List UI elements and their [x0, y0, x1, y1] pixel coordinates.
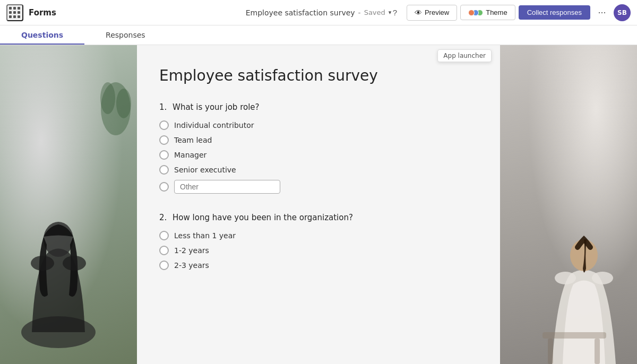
theme-label: Theme	[486, 8, 507, 16]
radio-individual-contributor[interactable]	[159, 120, 169, 130]
form-inner: App launcher Employee satisfaction surve…	[149, 45, 488, 310]
radio-1-2-years[interactable]	[159, 246, 169, 255]
question-1-label: 1. What is your job role?	[159, 102, 478, 112]
topbar-right: ? 👁 Preview Theme Collect responses ··· …	[386, 4, 631, 21]
preview-label: Preview	[425, 8, 449, 16]
svg-rect-12	[595, 339, 600, 364]
title-separator: -	[358, 8, 361, 17]
svg-point-6	[116, 89, 131, 118]
option-1-2-years-label: 1-2 years	[174, 246, 209, 255]
collect-responses-button[interactable]: Collect responses	[519, 5, 590, 20]
right-photo-panel	[500, 45, 637, 364]
plant-left	[100, 77, 132, 141]
app-launcher-button[interactable]	[6, 4, 23, 21]
question-2-block: 2. How long have you been in the organiz…	[159, 213, 478, 270]
svg-point-8	[555, 272, 576, 284]
option-senior-executive[interactable]: Senior executive	[159, 165, 478, 175]
collect-label: Collect responses	[527, 8, 582, 16]
preview-button[interactable]: 👁 Preview	[407, 5, 457, 21]
person-left-silhouette	[5, 131, 111, 364]
tab-questions[interactable]: Questions	[0, 25, 84, 45]
chair-right	[500, 300, 637, 364]
option-less-than-1-year-label: Less than 1 year	[174, 231, 236, 240]
option-senior-executive-label: Senior executive	[174, 166, 236, 174]
option-2-3-years[interactable]: 2-3 years	[159, 261, 478, 270]
svg-rect-11	[548, 339, 553, 364]
form-panel: App launcher Employee satisfaction surve…	[137, 45, 500, 364]
app-launcher-tooltip: App launcher	[437, 49, 492, 62]
app-launcher-icon	[9, 7, 21, 19]
radio-team-lead[interactable]	[159, 135, 169, 145]
svg-point-3	[63, 256, 86, 271]
topbar-center: Employee satisfaction survey - Saved ▾	[246, 8, 392, 17]
option-individual-contributor-label: Individual contributor	[174, 121, 254, 129]
svg-point-9	[592, 272, 613, 284]
svg-rect-10	[543, 332, 606, 339]
option-team-lead[interactable]: Team lead	[159, 135, 478, 145]
preview-icon: 👁	[415, 8, 422, 17]
option-individual-contributor[interactable]: Individual contributor	[159, 120, 478, 130]
saved-status: Saved	[364, 8, 385, 16]
option-other[interactable]	[159, 180, 478, 194]
theme-icon	[468, 10, 483, 16]
topbar: Forms Employee satisfaction survey - Sav…	[0, 0, 637, 25]
radio-other[interactable]	[159, 182, 169, 192]
question-2-label: 2. How long have you been in the organiz…	[159, 213, 478, 222]
option-manager[interactable]: Manager	[159, 150, 478, 160]
question-2-text: How long have you been in the organizati…	[173, 213, 353, 222]
more-icon: ···	[598, 7, 606, 18]
option-1-2-years[interactable]: 1-2 years	[159, 246, 478, 255]
option-2-3-years-label: 2-3 years	[174, 261, 209, 270]
theme-button[interactable]: Theme	[460, 5, 515, 20]
option-manager-label: Manager	[174, 151, 206, 159]
radio-senior-executive[interactable]	[159, 165, 169, 175]
form-main-title: Employee satisfaction survey	[159, 66, 478, 85]
help-icon: ?	[393, 8, 397, 17]
question-2-number: 2.	[159, 213, 167, 222]
other-input[interactable]	[174, 180, 280, 194]
main-content: App launcher Employee satisfaction surve…	[0, 45, 637, 364]
avatar[interactable]: SB	[614, 4, 631, 21]
title-chevron-icon[interactable]: ▾	[389, 9, 392, 16]
question-1-text: What is your job role?	[173, 102, 259, 112]
radio-2-3-years[interactable]	[159, 261, 169, 270]
question-1-number: 1.	[159, 102, 167, 112]
more-options-button[interactable]: ···	[593, 4, 610, 21]
survey-title-top: Employee satisfaction survey	[246, 8, 355, 17]
question-1-block: 1. What is your job role? Individual con…	[159, 102, 478, 194]
radio-manager[interactable]	[159, 150, 169, 160]
tabbar: Questions Responses	[0, 25, 637, 45]
svg-point-5	[100, 82, 115, 114]
svg-point-2	[31, 256, 54, 271]
tab-responses[interactable]: Responses	[84, 25, 167, 45]
option-less-than-1-year[interactable]: Less than 1 year	[159, 231, 478, 240]
left-photo-panel	[0, 45, 137, 364]
avatar-initials: SB	[617, 9, 627, 16]
forms-logo[interactable]: Forms	[29, 8, 56, 18]
radio-less-than-1-year[interactable]	[159, 231, 169, 240]
option-team-lead-label: Team lead	[174, 136, 212, 144]
